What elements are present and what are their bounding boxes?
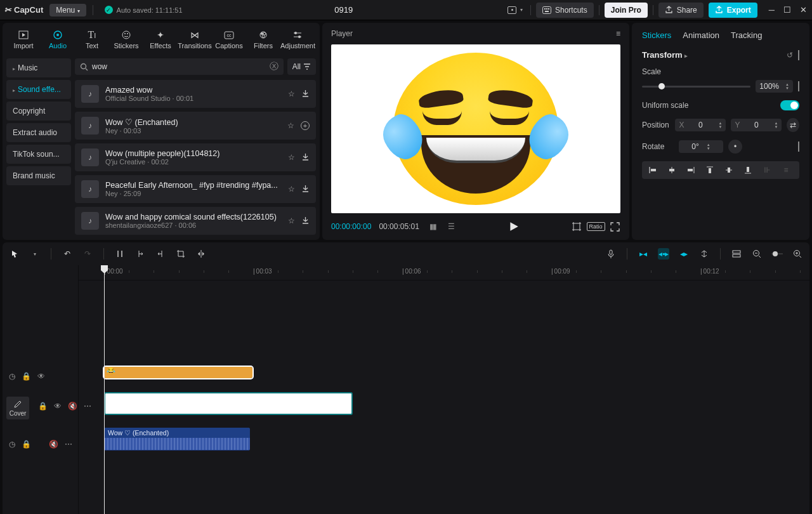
align-hcenter-icon[interactable] [664, 164, 680, 176]
favorite-icon[interactable]: ☆ [288, 153, 295, 162]
aspect-button[interactable]: ▾ [505, 4, 525, 16]
mic-icon[interactable] [605, 248, 617, 260]
zoom-in-icon[interactable] [792, 248, 803, 260]
mute-icon[interactable]: 🔇 [68, 402, 77, 411]
redo-icon[interactable]: ↷ [82, 248, 93, 260]
timeline-tracks[interactable]: |00:00|00:03|00:06|00:09|00:12 😂 white00… [79, 265, 809, 514]
audio-clip[interactable]: Wow ♡ (Enchanted) [104, 428, 250, 451]
share-button[interactable]: Share [658, 3, 704, 18]
category-tiktok-soun-[interactable]: TikTok soun... [6, 145, 71, 164]
preview-axis-icon[interactable] [698, 248, 710, 260]
fullscreen-icon[interactable] [609, 221, 620, 232]
more-icon[interactable]: ⋯ [65, 440, 72, 449]
play-button[interactable] [508, 221, 520, 232]
sticker-clip[interactable]: 😂 [104, 367, 252, 378]
close-button[interactable]: ✕ [800, 5, 807, 15]
eye-icon[interactable]: 👁 [37, 372, 45, 381]
lib-tab-text[interactable]: TIText [75, 27, 109, 55]
distribute-v-icon[interactable]: ≡ [778, 164, 794, 176]
result-item[interactable]: ♪Peaceful Early Afternoon_ #fyp #trendin… [75, 175, 316, 203]
favorite-icon[interactable]: ☆ [287, 121, 294, 130]
eye-icon[interactable]: 👁 [54, 402, 62, 411]
lib-tab-effects[interactable]: ✦Effects [143, 27, 178, 55]
align-top-icon[interactable] [702, 164, 718, 176]
menu-button[interactable]: Menu ▾ [49, 4, 86, 16]
clear-search-button[interactable]: ⓧ [270, 61, 278, 72]
lock-icon[interactable]: 🔒 [38, 402, 48, 411]
playhead[interactable] [104, 265, 105, 514]
add-icon[interactable]: + [301, 121, 310, 130]
zoom-slider[interactable] [771, 248, 783, 260]
split-right-icon[interactable] [155, 248, 166, 260]
favorite-icon[interactable]: ☆ [288, 216, 295, 225]
snapshot-icon[interactable] [571, 221, 582, 232]
compare-icon[interactable]: ▮▮ [427, 221, 438, 232]
lib-tab-transitions[interactable]: ⋈Transitions [178, 27, 212, 55]
zoom-out-icon[interactable] [751, 248, 763, 260]
lib-tab-stickers[interactable]: Stickers [109, 27, 143, 55]
export-button[interactable]: Export [709, 3, 757, 18]
player-canvas[interactable] [331, 44, 620, 213]
inspector-tab-animation[interactable]: Animation [683, 30, 719, 40]
shortcuts-button[interactable]: Shortcuts [536, 3, 594, 18]
result-item[interactable]: ♪Wow ♡ (Enchanted)Ney · 00:03☆+ [75, 112, 316, 140]
lib-tab-adjustment[interactable]: Adjustment [280, 27, 315, 55]
rotate-dial-icon[interactable]: • [728, 140, 742, 154]
keyframe-icon[interactable] [798, 82, 799, 91]
scale-slider[interactable] [642, 86, 750, 88]
filter-all-button[interactable]: All [287, 58, 316, 75]
split-icon[interactable] [114, 248, 126, 260]
pointer-tool-icon[interactable] [9, 248, 20, 260]
mirror-icon[interactable] [195, 248, 207, 260]
search-input[interactable] [92, 62, 266, 71]
category-music[interactable]: ▸Music [6, 58, 71, 77]
download-icon[interactable] [301, 153, 310, 162]
cover-button[interactable]: Cover [6, 397, 29, 419]
link-icon[interactable]: ⇄ [787, 118, 799, 132]
lock-icon[interactable]: 🔒 [22, 372, 31, 381]
distribute-h-icon[interactable]: ⊪ [759, 164, 775, 176]
undo-icon[interactable]: ↶ [62, 248, 73, 260]
scale-value[interactable]: 100%▲▼ [756, 80, 793, 93]
download-icon[interactable] [301, 185, 310, 194]
mute-icon[interactable]: 🔇 [49, 440, 58, 449]
inspector-tab-stickers[interactable]: Stickers [642, 30, 671, 40]
keyframe-icon[interactable] [798, 142, 799, 151]
split-left-icon[interactable] [134, 248, 146, 260]
category-copyright[interactable]: Copyright [6, 102, 71, 121]
uniform-scale-toggle[interactable] [780, 100, 799, 110]
reset-icon[interactable]: ↺ [787, 51, 793, 60]
position-y-input[interactable]: Y0▲▼ [731, 119, 782, 131]
position-x-input[interactable]: X0▲▼ [675, 119, 726, 131]
download-icon[interactable] [301, 89, 310, 98]
result-item[interactable]: ♪Amazed wowOfficial Sound Studio · 00:01… [75, 80, 316, 108]
ratio-button[interactable]: Ratio [590, 221, 601, 232]
result-item[interactable]: ♪Wow (multiple people)(1104812)Q'ju Crea… [75, 143, 316, 171]
align-bottom-icon[interactable] [740, 164, 756, 176]
player-menu-icon[interactable]: ≡ [616, 29, 620, 38]
pointer-menu-icon[interactable]: ▾ [29, 248, 41, 260]
lock-icon[interactable]: 🔒 [22, 440, 31, 449]
favorite-icon[interactable]: ☆ [288, 185, 295, 194]
magnet-main-icon[interactable]: ▸◂ [638, 248, 649, 260]
lib-tab-import[interactable]: Import [6, 27, 41, 55]
lib-tab-audio[interactable]: Audio [41, 27, 75, 55]
result-item[interactable]: ♪Wow and happy comical sound effects(122… [75, 207, 316, 235]
category-sound-effe-[interactable]: ▸Sound effe... [6, 80, 71, 99]
favorite-icon[interactable]: ☆ [288, 89, 295, 98]
maximize-button[interactable]: ☐ [783, 5, 791, 15]
crop-icon[interactable] [175, 248, 187, 260]
category-brand-music[interactable]: Brand music [6, 166, 71, 185]
inspector-tab-tracking[interactable]: Tracking [731, 30, 762, 40]
align-vcenter-icon[interactable] [721, 164, 737, 176]
align-left-icon[interactable] [645, 164, 661, 176]
join-pro-button[interactable]: Join Pro [605, 3, 648, 18]
linkage-icon[interactable]: ◂▸ [678, 248, 690, 260]
track-settings-icon[interactable] [731, 248, 742, 260]
category-extract-audio[interactable]: Extract audio [6, 123, 71, 142]
minimize-button[interactable]: ─ [769, 5, 775, 15]
list-icon[interactable]: ☰ [446, 221, 457, 232]
clock-icon[interactable]: ◷ [9, 440, 15, 449]
video-clip[interactable]: white00:00:05:01 [104, 392, 353, 415]
clock-icon[interactable]: ◷ [9, 372, 15, 381]
